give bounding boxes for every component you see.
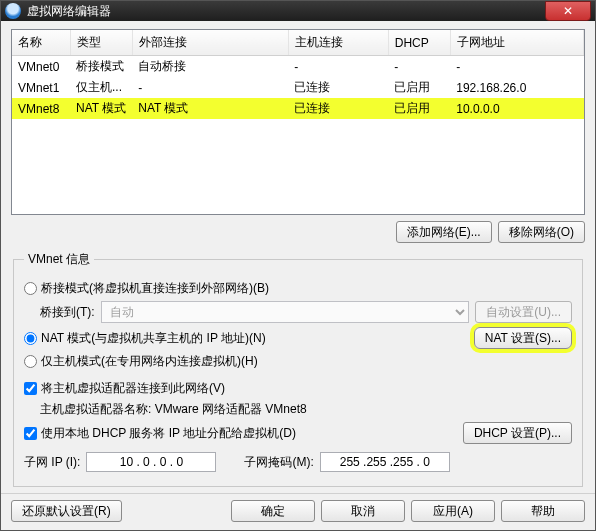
col-ext[interactable]: 外部连接 xyxy=(132,30,288,56)
table-row[interactable]: VMnet1 仅主机... - 已连接 已启用 192.168.26.0 xyxy=(12,77,584,98)
dhcp-settings-button[interactable]: DHCP 设置(P)... xyxy=(463,422,572,444)
cell-host: - xyxy=(288,56,388,78)
cancel-button[interactable]: 取消 xyxy=(321,500,405,522)
auto-settings-button[interactable]: 自动设置(U)... xyxy=(475,301,572,323)
cell-host: 已连接 xyxy=(288,98,388,119)
hostonly-mode-option[interactable]: 仅主机模式(在专用网络内连接虚拟机)(H) xyxy=(24,353,258,370)
hostonly-mode-label: 仅主机模式(在专用网络内连接虚拟机)(H) xyxy=(41,353,258,370)
subnet-mask-input[interactable] xyxy=(320,452,450,472)
cell-dhcp: 已启用 xyxy=(388,98,450,119)
cell-subnet: 192.168.26.0 xyxy=(450,77,583,98)
cell-type: NAT 模式 xyxy=(70,98,132,119)
dhcp-label: 使用本地 DHCP 服务将 IP 地址分配给虚拟机(D) xyxy=(41,425,296,442)
subnet-mask-label: 子网掩码(M): xyxy=(244,454,313,471)
bridge-to-select[interactable]: 自动 xyxy=(101,301,470,323)
cell-ext: 自动桥接 xyxy=(132,56,288,78)
connect-host-label: 将主机虚拟适配器连接到此网络(V) xyxy=(41,380,225,397)
subnet-ip-label: 子网 IP (I): xyxy=(24,454,80,471)
add-network-button[interactable]: 添加网络(E)... xyxy=(396,221,492,243)
cell-subnet: - xyxy=(450,56,583,78)
col-host[interactable]: 主机连接 xyxy=(288,30,388,56)
connect-host-checkbox[interactable] xyxy=(24,382,37,395)
ok-button[interactable]: 确定 xyxy=(231,500,315,522)
bridge-to-label: 桥接到(T): xyxy=(40,304,95,321)
window-frame: 虚拟网络编辑器 ✕ 名称 类型 外部连接 主机连接 DHCP 子网地址 xyxy=(0,0,596,531)
bridge-mode-option[interactable]: 桥接模式(将虚拟机直接连接到外部网络)(B) xyxy=(24,280,269,297)
content-area: 名称 类型 外部连接 主机连接 DHCP 子网地址 VMnet0 桥接模式 自动… xyxy=(1,21,595,493)
window-title: 虚拟网络编辑器 xyxy=(27,3,591,20)
nat-mode-label: NAT 模式(与虚拟机共享主机的 IP 地址)(N) xyxy=(41,330,266,347)
cell-name: VMnet1 xyxy=(12,77,70,98)
cell-ext: NAT 模式 xyxy=(132,98,288,119)
help-button[interactable]: 帮助 xyxy=(501,500,585,522)
col-name[interactable]: 名称 xyxy=(12,30,70,56)
bridge-mode-radio[interactable] xyxy=(24,282,37,295)
adapter-name-label: 主机虚拟适配器名称: VMware 网络适配器 VMnet8 xyxy=(40,401,307,418)
table-row[interactable]: VMnet0 桥接模式 自动桥接 - - - xyxy=(12,56,584,78)
close-button[interactable]: ✕ xyxy=(545,1,591,21)
dhcp-checkbox[interactable] xyxy=(24,427,37,440)
subnet-ip-input[interactable] xyxy=(86,452,216,472)
hostonly-mode-radio[interactable] xyxy=(24,355,37,368)
col-subnet[interactable]: 子网地址 xyxy=(450,30,583,56)
cell-dhcp: 已启用 xyxy=(388,77,450,98)
app-icon xyxy=(5,3,21,19)
cell-name: VMnet0 xyxy=(12,56,70,78)
nat-mode-option[interactable]: NAT 模式(与虚拟机共享主机的 IP 地址)(N) xyxy=(24,330,266,347)
remove-network-button[interactable]: 移除网络(O) xyxy=(498,221,585,243)
col-dhcp[interactable]: DHCP xyxy=(388,30,450,56)
nat-mode-radio[interactable] xyxy=(24,332,37,345)
vmnet-info-group: VMnet 信息 桥接模式(将虚拟机直接连接到外部网络)(B) 桥接到(T): … xyxy=(13,251,583,487)
cell-type: 仅主机... xyxy=(70,77,132,98)
cell-dhcp: - xyxy=(388,56,450,78)
network-table[interactable]: 名称 类型 外部连接 主机连接 DHCP 子网地址 VMnet0 桥接模式 自动… xyxy=(11,29,585,215)
cell-subnet: 10.0.0.0 xyxy=(450,98,583,119)
cell-host: 已连接 xyxy=(288,77,388,98)
table-button-row: 添加网络(E)... 移除网络(O) xyxy=(11,221,585,243)
dhcp-option[interactable]: 使用本地 DHCP 服务将 IP 地址分配给虚拟机(D) xyxy=(24,425,296,442)
restore-defaults-button[interactable]: 还原默认设置(R) xyxy=(11,500,122,522)
titlebar: 虚拟网络编辑器 ✕ xyxy=(1,1,595,21)
nat-settings-button[interactable]: NAT 设置(S)... xyxy=(474,327,572,349)
cell-type: 桥接模式 xyxy=(70,56,132,78)
vmnet-info-legend: VMnet 信息 xyxy=(24,251,94,268)
table-row-selected[interactable]: VMnet8 NAT 模式 NAT 模式 已连接 已启用 10.0.0.0 xyxy=(12,98,584,119)
table-header-row: 名称 类型 外部连接 主机连接 DHCP 子网地址 xyxy=(12,30,584,56)
bridge-mode-label: 桥接模式(将虚拟机直接连接到外部网络)(B) xyxy=(41,280,269,297)
col-type[interactable]: 类型 xyxy=(70,30,132,56)
connect-host-option[interactable]: 将主机虚拟适配器连接到此网络(V) xyxy=(24,380,225,397)
cell-ext: - xyxy=(132,77,288,98)
cell-name: VMnet8 xyxy=(12,98,70,119)
footer-button-row: 还原默认设置(R) 确定 取消 应用(A) 帮助 xyxy=(1,493,595,530)
apply-button[interactable]: 应用(A) xyxy=(411,500,495,522)
